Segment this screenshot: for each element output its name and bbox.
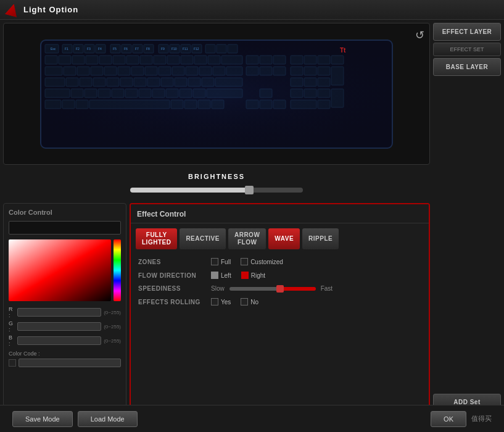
main-content: ↺ (0, 20, 504, 432)
speed-slider[interactable] (229, 287, 316, 291)
svg-text:F2: F2 (76, 47, 80, 51)
effect-control-title: Effect Control (137, 210, 186, 218)
effects-rolling-param-row: EFFECTS ROLLING Yes No (138, 298, 421, 305)
brightness-section: BRIGHTNESS (3, 168, 430, 200)
svg-text:F6: F6 (124, 47, 128, 51)
svg-text:F5: F5 (113, 47, 117, 51)
flow-direction-options: Left Right (211, 272, 265, 279)
effects-rolling-label: EFFECTS ROLLING (138, 299, 206, 305)
bottom-right-buttons: OK 值得买 (431, 411, 492, 427)
load-mode-button[interactable]: Load Mode (78, 411, 138, 427)
color-control-title: Color Control (9, 209, 121, 216)
effect-btn-ripple[interactable]: RIPPLE (302, 228, 339, 249)
zones-full-label: Full (221, 259, 231, 265)
green-channel-range: (0~255) (104, 324, 121, 330)
top-bar: Light Option (0, 0, 504, 20)
rolling-yes-radio[interactable] (211, 298, 218, 305)
red-channel-input[interactable] (17, 308, 101, 317)
flow-left-radio[interactable] (211, 272, 218, 279)
rolling-yes-label: Yes (221, 299, 231, 305)
left-area: ↺ (3, 23, 430, 429)
color-code-label: Color Code : (9, 351, 121, 357)
red-channel-range: (0~255) (104, 310, 121, 315)
effect-btn-arrow-flow[interactable]: ARROWFLOW (228, 228, 266, 249)
base-layer-button[interactable]: BASE LAYER (433, 58, 501, 76)
color-code-row (9, 359, 121, 367)
sidebar-spacer (433, 78, 501, 392)
effect-params: ZONES Full Customized (131, 253, 429, 317)
color-spectrum[interactable] (114, 239, 121, 301)
bottom-left-buttons: Save Mode Load Mode (12, 411, 138, 427)
svg-text:F9: F9 (161, 47, 165, 51)
svg-text:F8: F8 (146, 47, 150, 51)
ok-button[interactable]: OK (431, 411, 466, 427)
speediness-label: SPEEDINESS (138, 285, 206, 292)
zones-customized-radio[interactable] (241, 258, 248, 265)
effect-buttons: FULLYLIGHTED REACTIVE ARROWFLOW WAVE RIP… (131, 223, 429, 253)
svg-text:Esc: Esc (51, 47, 56, 51)
green-channel-row: G : (0~255) (9, 320, 121, 333)
rolling-no-radio[interactable] (241, 298, 248, 305)
svg-rect-105 (41, 40, 392, 148)
svg-text:F7: F7 (135, 47, 139, 51)
effect-control-header: Effect Control (131, 204, 429, 223)
brightness-label: BRIGHTNESS (188, 173, 245, 180)
color-preview-input[interactable] (9, 221, 121, 235)
save-mode-button[interactable]: Save Mode (12, 411, 73, 427)
zones-full-option[interactable]: Full (211, 258, 231, 265)
bottom-bar: Save Mode Load Mode OK 值得买 (0, 405, 504, 432)
flow-right-radio[interactable] (241, 272, 249, 279)
svg-text:F11: F11 (183, 47, 188, 51)
rolling-yes-option[interactable]: Yes (211, 298, 231, 305)
flow-right-label: Right (251, 272, 265, 279)
blue-channel-row: B : (0~255) (9, 334, 121, 347)
red-channel-row: R : (0~255) (9, 306, 121, 318)
speediness-param-row: SPEEDINESS Slow Fast (138, 285, 421, 292)
reset-icon[interactable]: ↺ (415, 28, 424, 42)
flow-right-option[interactable]: Right (241, 272, 265, 279)
color-code-input[interactable] (19, 359, 121, 367)
green-channel-input[interactable] (17, 322, 101, 331)
zones-customized-label: Customized (250, 259, 283, 265)
effect-layer-button[interactable]: EFFECT LAYER (433, 23, 501, 41)
svg-text:Tt: Tt (340, 47, 346, 54)
keyboard-svg: Esc F1 F2 F3 F4 F5 F6 F7 F8 F9 F10 F11 F… (38, 37, 395, 151)
slow-label: Slow (211, 285, 225, 292)
flow-direction-param-row: FLOW DIRECTION Left Right (138, 272, 421, 279)
color-code-section: Color Code : (9, 351, 121, 367)
brightness-slider[interactable] (130, 188, 303, 193)
fast-label: Fast (321, 285, 333, 292)
color-gradient[interactable] (9, 239, 111, 301)
brightness-slider-container (130, 184, 303, 195)
flow-direction-label: FLOW DIRECTION (138, 272, 206, 279)
svg-text:F1: F1 (65, 47, 68, 51)
blue-channel-range: (0~255) (104, 338, 121, 344)
zones-full-radio[interactable] (211, 258, 218, 265)
effects-rolling-options: Yes No (211, 298, 258, 305)
color-picker-area[interactable] (9, 239, 121, 301)
flow-left-label: Left (221, 272, 231, 279)
zones-label: ZONES (138, 259, 206, 265)
rolling-no-option[interactable]: No (241, 298, 258, 305)
effect-control-panel: Effect Control FULLYLIGHTED REACTIVE ARR… (130, 203, 430, 429)
effect-btn-reactive[interactable]: REACTIVE (180, 228, 226, 249)
zones-customized-option[interactable]: Customized (241, 258, 283, 265)
green-channel-label: G : (9, 320, 15, 333)
zones-param-row: ZONES Full Customized (138, 258, 421, 265)
effect-btn-fully-lighted[interactable]: FULLYLIGHTED (136, 228, 177, 249)
speed-slider-row: Slow Fast (211, 285, 333, 292)
zones-options: Full Customized (211, 258, 283, 265)
app-title: Light Option (23, 5, 78, 14)
bottom-section: Color Control R : (0~255) G : (0~25 (3, 203, 430, 429)
blue-channel-input[interactable] (17, 336, 101, 345)
effect-set-button[interactable]: EFFECT SET (433, 43, 501, 56)
color-code-swatch (9, 359, 16, 367)
svg-text:F10: F10 (171, 47, 177, 51)
color-control-panel: Color Control R : (0~255) G : (0~25 (3, 203, 126, 429)
right-sidebar: EFFECT LAYER EFFECT SET BASE LAYER ADD S… (433, 23, 501, 429)
red-channel-label: R : (9, 306, 15, 318)
flow-left-option[interactable]: Left (211, 272, 231, 279)
color-channels: R : (0~255) G : (0~255) B : (0~255) (9, 306, 121, 347)
svg-text:F12: F12 (194, 47, 199, 51)
effect-btn-wave[interactable]: WAVE (268, 228, 300, 249)
